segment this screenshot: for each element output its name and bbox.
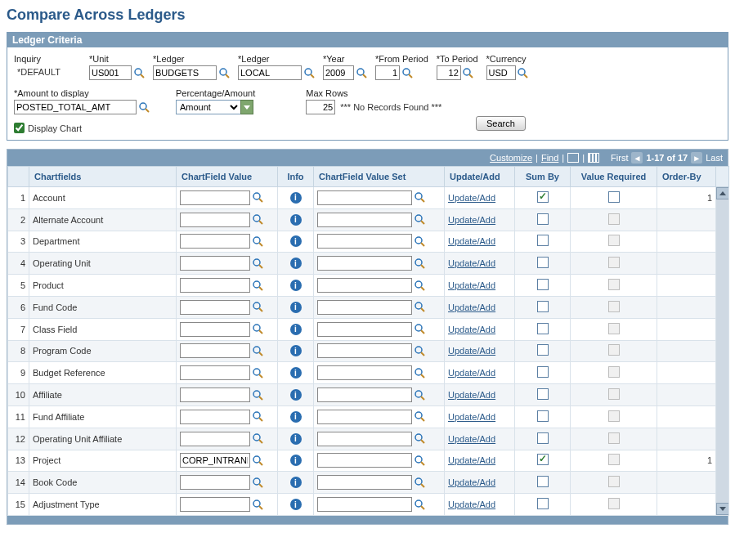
info-icon[interactable]: i (290, 192, 302, 204)
update-add-link[interactable]: Update/Add (448, 346, 495, 356)
chartfield-value-set-input[interactable] (317, 322, 412, 337)
sum-by-checkbox[interactable] (537, 476, 549, 487)
update-add-link[interactable]: Update/Add (448, 390, 495, 400)
sum-by-checkbox[interactable] (537, 279, 549, 290)
chartfield-value-set-input[interactable] (317, 278, 412, 293)
first-label[interactable]: First (611, 153, 628, 163)
chartfield-value-input[interactable] (180, 475, 250, 490)
info-icon[interactable]: i (290, 345, 302, 356)
to-period-input[interactable] (437, 65, 461, 80)
prev-icon[interactable]: ◄ (631, 152, 643, 164)
lookup-icon[interactable] (414, 455, 425, 466)
lookup-icon[interactable] (414, 280, 425, 291)
col-update-add[interactable]: Update/Add (445, 167, 515, 187)
update-add-link[interactable]: Update/Add (448, 455, 495, 465)
chartfield-value-set-input[interactable] (317, 190, 412, 205)
chartfield-value-set-input[interactable] (317, 432, 412, 446)
lookup-icon[interactable] (252, 433, 263, 445)
update-add-link[interactable]: Update/Add (448, 325, 495, 334)
chartfield-value-set-input[interactable] (317, 256, 412, 271)
chartfield-value-input[interactable] (180, 278, 250, 293)
update-add-link[interactable]: Update/Add (448, 500, 495, 509)
chartfield-value-input[interactable] (180, 213, 250, 227)
info-icon[interactable]: i (290, 433, 302, 445)
lookup-icon[interactable] (401, 67, 413, 78)
display-chart-input[interactable] (14, 123, 25, 133)
info-icon[interactable]: i (290, 367, 302, 379)
lookup-icon[interactable] (303, 67, 315, 78)
info-icon[interactable]: i (290, 235, 302, 247)
sum-by-checkbox[interactable] (537, 344, 549, 356)
info-icon[interactable]: i (290, 324, 302, 335)
update-add-link[interactable]: Update/Add (448, 412, 495, 422)
col-value-required[interactable]: Value Required (571, 167, 657, 187)
info-icon[interactable]: i (290, 499, 302, 510)
ledger2-input[interactable] (238, 65, 302, 80)
chartfield-value-set-input[interactable] (317, 453, 412, 468)
chartfield-value-set-input[interactable] (317, 388, 412, 402)
lookup-icon[interactable] (414, 214, 425, 226)
lookup-icon[interactable] (252, 389, 263, 401)
chartfield-value-set-input[interactable] (317, 497, 412, 512)
update-add-link[interactable]: Update/Add (448, 280, 495, 290)
lookup-icon[interactable] (414, 324, 425, 335)
sum-by-checkbox[interactable] (537, 235, 549, 246)
chartfield-value-input[interactable] (180, 365, 250, 380)
info-icon[interactable]: i (290, 477, 302, 488)
sum-by-checkbox[interactable] (537, 432, 549, 444)
sum-by-checkbox[interactable] (537, 213, 549, 225)
sum-by-checkbox[interactable] (537, 498, 549, 509)
chartfield-value-input[interactable] (180, 497, 250, 512)
lookup-icon[interactable] (414, 345, 425, 356)
lookup-icon[interactable] (133, 67, 145, 78)
col-sum-by[interactable]: Sum By (515, 167, 571, 187)
next-icon[interactable]: ► (691, 152, 702, 164)
chartfield-value-set-input[interactable] (317, 213, 412, 227)
lookup-icon[interactable] (252, 214, 263, 226)
info-icon[interactable]: i (290, 455, 302, 466)
percent-amount-select[interactable]: Amount (176, 100, 241, 114)
sum-by-checkbox[interactable] (537, 191, 549, 203)
sum-by-checkbox[interactable] (537, 257, 549, 268)
sum-by-checkbox[interactable] (537, 323, 549, 334)
update-add-link[interactable]: Update/Add (448, 477, 495, 487)
lookup-icon[interactable] (414, 389, 425, 401)
lookup-icon[interactable] (252, 192, 263, 204)
lookup-icon[interactable] (252, 411, 263, 423)
update-add-link[interactable]: Update/Add (448, 215, 495, 225)
lookup-icon[interactable] (414, 499, 425, 510)
max-rows-input[interactable] (306, 100, 335, 114)
lookup-icon[interactable] (414, 367, 425, 379)
lookup-icon[interactable] (252, 455, 263, 466)
info-icon[interactable]: i (290, 258, 302, 269)
update-add-link[interactable]: Update/Add (448, 368, 495, 378)
sum-by-checkbox[interactable] (537, 366, 549, 378)
info-icon[interactable]: i (290, 280, 302, 291)
lookup-icon[interactable] (252, 367, 263, 379)
lookup-icon[interactable] (252, 280, 263, 291)
unit-input[interactable] (89, 65, 132, 80)
chartfield-value-input[interactable] (180, 190, 250, 205)
col-cf-value-set[interactable]: ChartField Value Set (314, 167, 445, 187)
chartfield-value-input[interactable] (180, 234, 250, 249)
col-chartfields[interactable]: Chartfields (29, 167, 177, 187)
amount-to-display-input[interactable] (14, 100, 137, 114)
value-required-checkbox[interactable] (608, 191, 620, 203)
lookup-icon[interactable] (252, 302, 263, 313)
info-icon[interactable]: i (290, 214, 302, 226)
from-period-input[interactable] (375, 65, 400, 80)
display-chart-checkbox[interactable]: Display Chart (14, 123, 82, 133)
lookup-icon[interactable] (252, 477, 263, 488)
chartfield-value-input[interactable] (180, 453, 250, 468)
lookup-icon[interactable] (414, 411, 425, 423)
search-button[interactable]: Search (476, 116, 526, 131)
col-cf-value[interactable]: ChartField Value (177, 167, 278, 187)
chartfield-value-set-input[interactable] (317, 475, 412, 490)
chartfield-value-set-input[interactable] (317, 410, 412, 424)
view-all-icon[interactable] (567, 153, 579, 163)
lookup-icon[interactable] (414, 302, 425, 313)
sum-by-checkbox[interactable] (537, 301, 549, 312)
sum-by-checkbox[interactable] (537, 410, 549, 422)
chartfield-value-input[interactable] (180, 388, 250, 402)
lookup-icon[interactable] (218, 67, 230, 78)
